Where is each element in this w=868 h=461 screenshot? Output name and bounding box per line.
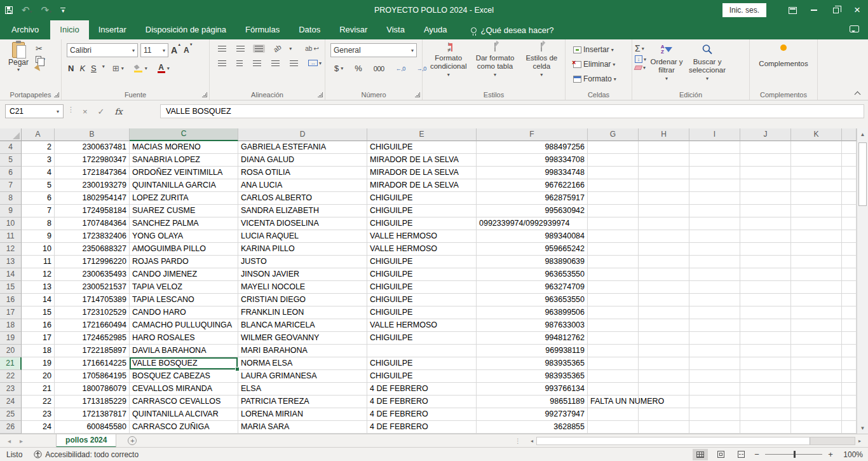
cell-I12[interactable] — [689, 243, 740, 256]
orientation-icon[interactable]: ab — [269, 41, 285, 56]
cell-I16[interactable] — [689, 294, 740, 306]
cell-E26[interactable]: 4 DE FEBRERO — [367, 421, 477, 434]
cell-D13[interactable]: JUSTO — [238, 256, 367, 268]
cell-G19[interactable] — [588, 332, 639, 345]
cell-C22[interactable]: BOSQUEZ CABEZAS — [130, 370, 238, 383]
select-all-corner[interactable] — [0, 128, 22, 141]
cell-A6[interactable]: 4 — [22, 167, 55, 179]
cell-G6[interactable] — [588, 167, 639, 179]
merge-center-icon[interactable]: ↔▾ — [306, 58, 323, 67]
cell-K17[interactable] — [791, 306, 842, 319]
name-box[interactable]: C21▾ — [5, 104, 64, 118]
number-dialog-launcher-icon[interactable] — [415, 92, 420, 97]
percent-format-icon[interactable]: % — [352, 62, 365, 74]
cell-A4[interactable]: 2 — [22, 141, 55, 154]
cell-K6[interactable] — [791, 167, 842, 179]
cell-F20[interactable]: 969938119 — [477, 345, 588, 357]
cell-G7[interactable] — [588, 179, 639, 192]
row-header-24[interactable]: 24 — [0, 396, 22, 408]
row-header-17[interactable]: 17 — [0, 306, 22, 319]
cell-J5[interactable] — [740, 154, 791, 167]
cell-H11[interactable] — [639, 230, 689, 243]
cell-I9[interactable] — [689, 205, 740, 217]
cell-F6[interactable]: 998334748 — [477, 167, 588, 179]
cell-F11[interactable]: 989340084 — [477, 230, 588, 243]
cell-B8[interactable]: 1802954147 — [55, 192, 130, 205]
cell-E18[interactable]: VALLE HERMOSO — [367, 319, 477, 332]
cell-A7[interactable]: 5 — [22, 179, 55, 192]
cell-K4[interactable] — [791, 141, 842, 154]
number-format-select[interactable]: General▾ — [330, 43, 417, 57]
cell-styles-button[interactable]: Estilos de celda ▾ — [519, 42, 565, 79]
cell-B24[interactable]: 1713185229 — [55, 396, 130, 408]
cut-icon[interactable]: ✂ — [36, 44, 45, 53]
cell-I11[interactable] — [689, 230, 740, 243]
cell-J7[interactable] — [740, 179, 791, 192]
decrease-font-icon[interactable]: A▼ — [184, 46, 193, 55]
increase-decimal-icon[interactable]: ←,0 — [393, 64, 408, 73]
cell-I10[interactable] — [689, 217, 740, 230]
row-header-7[interactable]: 7 — [0, 179, 22, 192]
cell-G11[interactable] — [588, 230, 639, 243]
sheet-tab-pollos-2024[interactable]: pollos 2024 — [56, 434, 116, 448]
clipboard-dialog-launcher-icon[interactable] — [54, 92, 59, 97]
cell-E9[interactable]: CHIGUILPE — [367, 205, 477, 217]
cell-I22[interactable] — [689, 370, 740, 383]
cell-A12[interactable]: 10 — [22, 243, 55, 256]
cell-B4[interactable]: 2300637481 — [55, 141, 130, 154]
cell-H12[interactable] — [639, 243, 689, 256]
cell-J26[interactable] — [740, 421, 791, 434]
cell-K9[interactable] — [791, 205, 842, 217]
cell-H23[interactable] — [639, 383, 689, 396]
row-header-4[interactable]: 4 — [0, 141, 22, 154]
cell-J22[interactable] — [740, 370, 791, 383]
row-header-19[interactable]: 19 — [0, 332, 22, 345]
cell-A9[interactable]: 7 — [22, 205, 55, 217]
cell-F21[interactable]: 983935365 — [477, 357, 588, 370]
restore-button[interactable] — [825, 0, 846, 20]
cell-F9[interactable]: 995630942 — [477, 205, 588, 217]
cell-D12[interactable]: KARINA PILLO — [238, 243, 367, 256]
cell-H26[interactable] — [639, 421, 689, 434]
cell-I15[interactable] — [689, 281, 740, 294]
feedback-comment-icon[interactable] — [850, 25, 859, 32]
cell-K26[interactable] — [791, 421, 842, 434]
row-header-8[interactable]: 8 — [0, 192, 22, 205]
accessibility-status[interactable]: Accesibilidad: todo correcto — [34, 450, 139, 459]
cell-C10[interactable]: SANCHEZ PALMA — [130, 217, 238, 230]
save-icon[interactable] — [5, 6, 13, 14]
cell-A15[interactable]: 13 — [22, 281, 55, 294]
cell-J4[interactable] — [740, 141, 791, 154]
cell-C19[interactable]: HARO ROSALES — [130, 332, 238, 345]
zoom-out-icon[interactable]: − — [754, 450, 760, 459]
cell-I7[interactable] — [689, 179, 740, 192]
horizontal-scroll-thumb[interactable] — [537, 437, 810, 444]
cell-partial[interactable] — [842, 332, 857, 345]
cell-J23[interactable] — [740, 383, 791, 396]
tab-inicio[interactable]: Inicio — [50, 20, 88, 39]
cell-C14[interactable]: CANDO JIMENEZ — [130, 268, 238, 281]
cell-E5[interactable]: MIRADOR DE LA SELVA — [367, 154, 477, 167]
cell-G16[interactable] — [588, 294, 639, 306]
cell-D23[interactable]: ELSA — [238, 383, 367, 396]
cell-J10[interactable] — [740, 217, 791, 230]
cell-C17[interactable]: CANDO HARO — [130, 306, 238, 319]
row-header-11[interactable]: 11 — [0, 230, 22, 243]
cell-H15[interactable] — [639, 281, 689, 294]
cell-F19[interactable]: 994812762 — [477, 332, 588, 345]
cell-J11[interactable] — [740, 230, 791, 243]
cell-D25[interactable]: LORENA MIRIAN — [238, 408, 367, 421]
cell-B17[interactable]: 1723102529 — [55, 306, 130, 319]
wrap-text-icon[interactable]: ab↩ — [303, 44, 321, 53]
row-header-26[interactable]: 26 — [0, 421, 22, 434]
column-header-A[interactable]: A — [22, 128, 55, 141]
decrease-indent-icon[interactable] — [269, 59, 281, 67]
cell-B26[interactable]: 600845580 — [55, 421, 130, 434]
row-header-15[interactable]: 15 — [0, 281, 22, 294]
cell-B9[interactable]: 1724958184 — [55, 205, 130, 217]
clear-icon[interactable]: ▾ — [635, 65, 646, 71]
cell-K8[interactable] — [791, 192, 842, 205]
align-left-icon[interactable] — [216, 59, 228, 67]
enter-icon[interactable]: ✓ — [98, 107, 105, 116]
comma-format-icon[interactable]: 000 — [371, 64, 387, 74]
